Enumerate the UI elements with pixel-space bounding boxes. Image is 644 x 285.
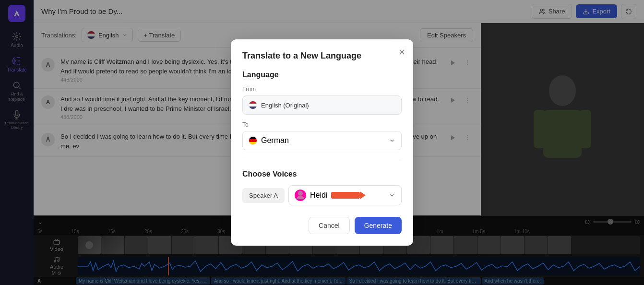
- voice-row: Speaker A Heidi: [242, 185, 402, 205]
- modal-footer: Cancel Generate: [242, 217, 402, 234]
- translate-modal: Translate to a New Language ✕ Language F…: [231, 39, 413, 246]
- voice-left: Heidi: [295, 190, 360, 201]
- cancel-button[interactable]: Cancel: [309, 217, 350, 234]
- to-label: To: [242, 121, 402, 128]
- to-language-selector[interactable]: German: [242, 131, 402, 150]
- voices-section-label: Choose Voices: [242, 170, 402, 178]
- from-language-box: English (Original): [242, 95, 402, 115]
- to-dropdown-chevron-icon: [389, 137, 395, 144]
- speaker-chip: Speaker A: [242, 188, 285, 203]
- from-flag-icon: [249, 101, 257, 109]
- voice-name: Heidi: [310, 191, 327, 200]
- generate-button[interactable]: Generate: [355, 217, 402, 234]
- language-section-label: Language: [242, 71, 402, 79]
- from-label: From: [242, 86, 402, 93]
- voice-selector[interactable]: Heidi: [288, 185, 402, 205]
- voice-dropdown-chevron-icon: [389, 192, 395, 199]
- voice-avatar-icon: [295, 190, 306, 201]
- modal-close-button[interactable]: ✕: [398, 47, 405, 58]
- modal-overlay: Translate to a New Language ✕ Language F…: [0, 0, 644, 285]
- arrow-indicator: [331, 192, 360, 199]
- svg-point-23: [298, 191, 303, 196]
- modal-title: Translate to a New Language: [242, 51, 402, 61]
- to-language-value: German: [261, 136, 289, 145]
- to-language-left: German: [249, 136, 289, 145]
- voice-avatar: [295, 190, 306, 201]
- de-flag-icon: [249, 136, 257, 145]
- from-language-value: English (Original): [261, 102, 309, 109]
- modal-divider: [242, 160, 402, 160]
